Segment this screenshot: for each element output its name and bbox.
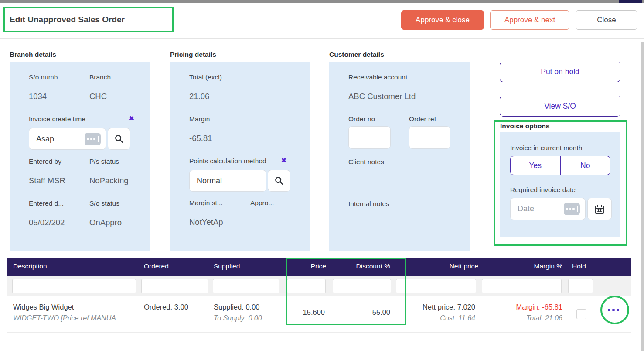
clear-icon[interactable]: ✖	[129, 115, 134, 122]
close-button[interactable]: Close	[576, 10, 637, 30]
row-supplied: Supplied: 0.00	[214, 303, 260, 311]
receivable-account-value: ABC Customer Ltd	[348, 92, 416, 101]
branch-label: Branch	[89, 73, 111, 81]
top-window-strip	[0, 0, 644, 3]
ps-status-label: P/s status	[89, 158, 119, 165]
row-divider	[7, 332, 631, 333]
text-cursor-ellipsis-icon	[85, 133, 101, 145]
approve-close-button[interactable]: Approve & close	[401, 10, 484, 30]
column-header-ordered[interactable]: Ordered	[144, 262, 169, 270]
filter-hold-input[interactable]	[568, 279, 593, 293]
filter-price-input[interactable]	[287, 279, 326, 293]
receivable-account-label: Receivable account	[348, 73, 407, 81]
order-no-input[interactable]	[348, 126, 391, 149]
entered-by-value: Staff MSR	[29, 176, 65, 186]
invoice-current-month-toggle: Yes No	[510, 156, 610, 175]
column-header-discount[interactable]: Discount %	[356, 262, 390, 270]
ps-status-value: NoPacking	[89, 176, 140, 186]
margin-value: -65.81	[189, 134, 212, 143]
filter-ordered-input[interactable]	[141, 279, 208, 293]
branch-value: CHC	[89, 92, 107, 101]
margin-label: Margin	[189, 115, 210, 123]
entered-date-label: Entered d...	[29, 200, 64, 207]
page-title: Edit Unapproved Sales Order	[10, 15, 125, 24]
put-on-hold-button[interactable]: Put on hold	[500, 62, 620, 82]
vertical-scrollbar[interactable]	[641, 42, 644, 351]
row-discount: 55.00	[372, 308, 390, 317]
clear-icon[interactable]: ✖	[281, 157, 286, 164]
branch-details-title: Branch details	[10, 51, 56, 58]
top-window-strip-corner	[619, 0, 642, 3]
row-total: Total: 21.06	[526, 314, 562, 322]
total-excl-value: 21.06	[189, 92, 209, 101]
row-nett-price: Nett price: 7.020	[423, 303, 475, 311]
so-number-value: 1034	[29, 92, 47, 101]
row-description-sub: WIDGET-TWO [Price ref:MANUA	[13, 314, 116, 322]
required-invoice-date-label: Required invoice date	[510, 186, 576, 194]
so-number-label: S/o numb...	[29, 73, 63, 81]
row-cost: Cost: 11.64	[440, 314, 475, 322]
pricing-details-title: Pricing details	[170, 51, 216, 58]
calendar-icon	[594, 204, 605, 214]
column-header-price[interactable]: Price	[311, 262, 326, 270]
client-notes-label: Client notes	[348, 158, 384, 166]
search-icon	[114, 134, 124, 144]
order-ref-input[interactable]	[409, 126, 450, 149]
row-actions-button[interactable]	[608, 309, 619, 311]
row-price: 15.600	[303, 308, 325, 317]
column-header-description[interactable]: Description	[13, 262, 47, 270]
internal-notes-label: Internal notes	[348, 200, 389, 208]
so-status-label: S/o status	[89, 200, 119, 207]
approve-next-button[interactable]: Approve & next	[490, 10, 569, 30]
margin-status-value: NotYetAp	[189, 217, 223, 227]
column-header-hold[interactable]: Hold	[572, 262, 586, 270]
no-option[interactable]: No	[561, 156, 610, 175]
customer-details-panel	[329, 62, 470, 251]
search-icon	[274, 176, 284, 186]
so-status-value: OnAppro	[89, 218, 122, 227]
filter-discount-input[interactable]	[333, 279, 391, 293]
row-to-supply: To Supply: 0.00	[214, 314, 262, 322]
order-no-label: Order no	[348, 115, 375, 123]
points-method-search-button[interactable]	[268, 170, 290, 192]
invoice-options-title: Invoice options	[500, 122, 550, 130]
filter-nett-price-input[interactable]	[396, 279, 476, 293]
yes-option[interactable]: Yes	[511, 156, 561, 175]
points-calculation-method-input[interactable]	[189, 170, 266, 192]
row-margin: Margin: -65.81	[516, 303, 562, 311]
total-excl-label: Total (excl)	[189, 73, 222, 81]
row-description: Widges Big Widget	[13, 303, 74, 311]
column-header-supplied[interactable]: Supplied	[214, 262, 240, 270]
column-header-margin[interactable]: Margin %	[534, 262, 562, 270]
row-ordered: Ordered: 3.00	[144, 303, 188, 311]
ellipsis-icon	[608, 309, 610, 311]
filter-description-input[interactable]	[12, 279, 136, 293]
margin-status-label: Margin st...	[189, 199, 223, 207]
edit-sales-order-dialog: Edit Unapproved Sales Order Approve & cl…	[0, 0, 644, 351]
view-so-button[interactable]: View S/O	[500, 96, 620, 117]
customer-details-title: Customer details	[329, 51, 384, 58]
calendar-button[interactable]	[587, 198, 612, 220]
invoice-create-time-search-button[interactable]	[108, 128, 130, 150]
filter-margin-input[interactable]	[482, 279, 562, 293]
invoice-create-time-label: Invoice create time	[29, 115, 85, 123]
approval-label: Appro...	[250, 199, 274, 207]
invoice-current-month-label: Invoice in current month	[510, 144, 582, 152]
row-hold-checkbox[interactable]	[576, 309, 586, 319]
points-calculation-method-label: Points calculation method	[189, 157, 266, 165]
text-cursor-ellipsis-icon	[564, 203, 580, 215]
entered-by-label: Entered by	[29, 158, 61, 165]
order-ref-label: Order ref	[409, 115, 436, 123]
entered-date-value: 05/02/202	[29, 218, 77, 227]
filter-supplied-input[interactable]	[213, 279, 279, 293]
column-header-nett-price[interactable]: Nett price	[450, 262, 478, 270]
